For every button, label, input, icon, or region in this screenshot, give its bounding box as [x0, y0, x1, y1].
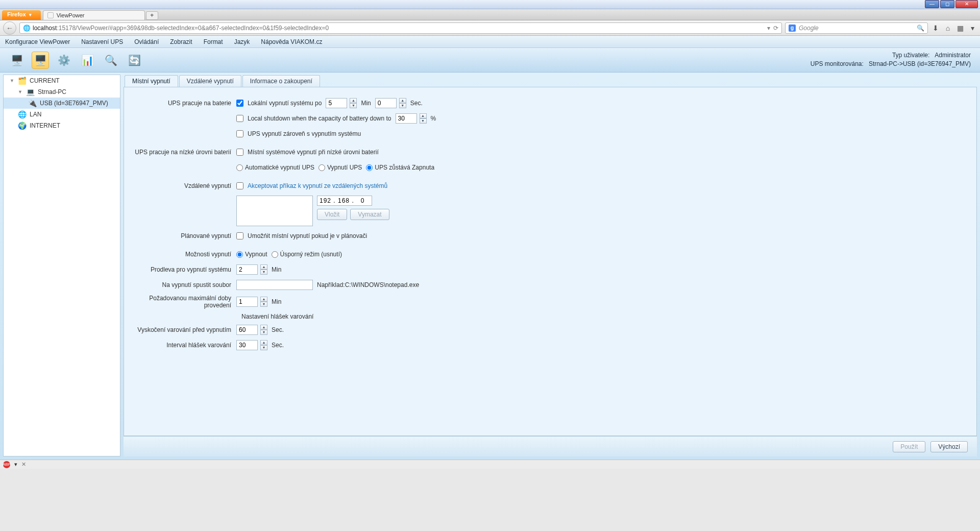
tab-local-shutdown[interactable]: Místní vypnutí — [125, 75, 178, 87]
toolbar-search-icon[interactable]: 🔍 — [102, 52, 119, 69]
url-bar[interactable]: 🌐 localhost:15178/ViewPower/#app=369&98d… — [19, 22, 782, 34]
folder-icon: 🗂️ — [18, 77, 27, 85]
toolbar-device-icon[interactable]: 🖥️ — [32, 52, 49, 69]
spinner-delay[interactable]: ▲▼ — [260, 264, 267, 275]
menu-ups-settings[interactable]: Nastavení UPS — [81, 38, 123, 45]
tab-remote-shutdown[interactable]: Vzdálené vypnutí — [179, 75, 241, 87]
menu-view[interactable]: Zobrazit — [170, 38, 192, 45]
menu-config[interactable]: Konfigurace ViewPower — [5, 38, 70, 45]
new-tab-button[interactable]: + — [146, 11, 158, 20]
input-shutdown-delay[interactable] — [236, 264, 258, 275]
menu-help[interactable]: Nápověda VIAKOM.cz — [261, 38, 322, 45]
tree-device[interactable]: 🔌 USB (Id=3E76947_PMV) — [4, 98, 120, 109]
internet-icon: 🌍 — [18, 122, 27, 130]
downloads-icon[interactable]: ⬇ — [931, 24, 940, 32]
input-ip-address[interactable] — [317, 196, 372, 206]
apply-button[interactable]: Použít — [893, 441, 925, 452]
tree-expand-icon[interactable]: ▼ — [18, 89, 23, 94]
browser-tab[interactable]: ViewPower — [43, 10, 145, 20]
toolbar-chart-icon[interactable]: 📊 — [79, 52, 96, 69]
tree-expand-icon[interactable]: ▼ — [10, 78, 15, 83]
btn-insert-ip[interactable]: Vložit — [317, 209, 347, 220]
input-capacity-pct[interactable] — [396, 113, 417, 124]
ups-monitor-label: UPS monitorována: — [802, 60, 864, 68]
label-shutdown-options: Možnosti vypnutí — [134, 251, 236, 258]
bookmarks-icon[interactable]: ▦ — [955, 24, 965, 32]
browser-toolbar: ← 🌐 localhost:15178/ViewPower/#app=369&9… — [0, 20, 980, 36]
tab-title: ViewPower — [57, 12, 85, 18]
spinner-capacity[interactable]: ▲▼ — [420, 113, 427, 124]
chk-planned-shutdown[interactable] — [236, 232, 243, 239]
label-ups-on-battery: UPS pracuje na baterie — [134, 100, 236, 107]
home-icon[interactable]: ⌂ — [943, 24, 952, 32]
spinner-warn-interval[interactable]: ▲▼ — [260, 340, 267, 350]
unit-maxtime-min: Min — [272, 298, 281, 305]
radio-auto-shutdown[interactable]: Automatické vypnutí UPS — [236, 164, 314, 171]
unit-delay-min: Min — [272, 266, 281, 273]
spinner-min[interactable]: ▲▼ — [350, 98, 357, 108]
content-area: Místní vypnutí Vzdálené vypnutí Informac… — [124, 75, 977, 456]
label-low-battery: UPS pracuje na nízké úrovni baterií — [134, 149, 236, 156]
firefox-tab-strip: Firefox ViewPower + — [0, 9, 980, 20]
default-button[interactable]: Výchozí — [930, 441, 968, 452]
search-icon[interactable]: 🔍 — [917, 25, 924, 32]
chk-low-battery-shutdown[interactable] — [236, 149, 243, 156]
tab-purchase-info[interactable]: Informace o zakoupení — [242, 75, 320, 87]
label-remote-shutdown: Vzdálené vypnutí — [134, 182, 236, 189]
radio-ups-off[interactable]: Vypnutí UPS — [318, 164, 362, 171]
tree-internet[interactable]: 🌍 INTERNET — [4, 120, 120, 131]
tree-host[interactable]: ▼ 💻 Strnad-PC — [4, 86, 120, 98]
toolbar-refresh-icon[interactable]: 🔄 — [126, 52, 143, 69]
chk-local-shutdown-after[interactable] — [236, 100, 243, 107]
input-shutdown-sec[interactable] — [375, 98, 397, 108]
window-minimize-button[interactable]: — — [925, 0, 939, 8]
menu-language[interactable]: Jazyk — [234, 38, 250, 45]
input-shutdown-min[interactable] — [326, 98, 347, 108]
menu-format[interactable]: Format — [204, 38, 223, 45]
content-bottom-bar: Použít Výchozí — [124, 436, 977, 456]
nav-back-button[interactable]: ← — [3, 21, 16, 35]
radio-opt-sleep[interactable]: Úsporný režim (usnutí) — [272, 251, 342, 258]
menu-control[interactable]: Ovládání — [134, 38, 159, 45]
tree-root[interactable]: ▼ 🗂️ CURRENT — [4, 75, 120, 86]
statusbar-close-icon[interactable]: ✕ — [21, 461, 26, 468]
menu-caret-icon[interactable]: ▾ — [968, 24, 977, 32]
adblock-caret-icon[interactable]: ▾ — [14, 461, 17, 468]
usb-icon: 🔌 — [28, 99, 37, 107]
btn-delete-ip[interactable]: Vymazat — [350, 209, 389, 220]
reload-icon[interactable]: ⟳ — [773, 25, 778, 32]
tree-lan-label: LAN — [30, 111, 41, 118]
toolbar-monitor-icon[interactable]: 🖥️ — [8, 52, 26, 69]
spinner-sec[interactable]: ▲▼ — [399, 98, 406, 108]
input-max-time[interactable] — [236, 297, 258, 307]
chk-capacity-shutdown[interactable] — [236, 115, 243, 122]
main-area: ▼ 🗂️ CURRENT ▼ 💻 Strnad-PC 🔌 USB (Id=3E7… — [0, 73, 980, 460]
tree-lan[interactable]: 🌐 LAN — [4, 109, 120, 120]
input-warn-before[interactable] — [236, 325, 258, 335]
radio-ups-stay-on[interactable]: UPS zůstává Zapnuta — [366, 164, 434, 171]
tree-host-label: Strnad-PC — [38, 88, 66, 95]
label-capacity-shutdown: Local shutdown when the capacity of batt… — [248, 115, 391, 122]
label-shutdown-delay: Prodleva pro vypnutí systému — [134, 266, 236, 273]
toolbar-settings-icon[interactable]: ⚙️ — [55, 52, 72, 69]
chk-ups-shutdown-with-system[interactable] — [236, 130, 243, 137]
content-tabstrip: Místní vypnutí Vzdálené vypnutí Informac… — [124, 75, 977, 87]
search-bar[interactable]: g Google 🔍 — [785, 22, 928, 34]
chk-accept-remote[interactable] — [236, 182, 243, 189]
window-close-button[interactable]: ✕ — [955, 0, 978, 8]
input-exec-path[interactable] — [236, 280, 313, 290]
label-exec-example: Například:C:\WINDOWS\notepad.exe — [317, 281, 419, 288]
window-maximize-button[interactable]: ◻ — [940, 0, 954, 8]
spinner-maxtime[interactable]: ▲▼ — [260, 297, 267, 307]
label-local-shutdown-after: Lokální vypnutí systému po — [248, 100, 322, 107]
spinner-warn-before[interactable]: ▲▼ — [260, 325, 267, 335]
input-warn-interval[interactable] — [236, 340, 258, 350]
feed-icon[interactable]: ▾ — [767, 25, 770, 32]
adblock-icon[interactable]: ABP — [3, 461, 10, 468]
unit-pct: % — [431, 115, 436, 122]
browser-statusbar: ABP ▾ ✕ — [0, 460, 980, 469]
firefox-menu-button[interactable]: Firefox — [2, 10, 41, 20]
user-info: Typ uživatele:Administrator UPS monitoro… — [802, 51, 971, 68]
radio-opt-shutdown[interactable]: Vypnout — [236, 251, 267, 258]
textarea-ip-list[interactable] — [236, 196, 313, 226]
